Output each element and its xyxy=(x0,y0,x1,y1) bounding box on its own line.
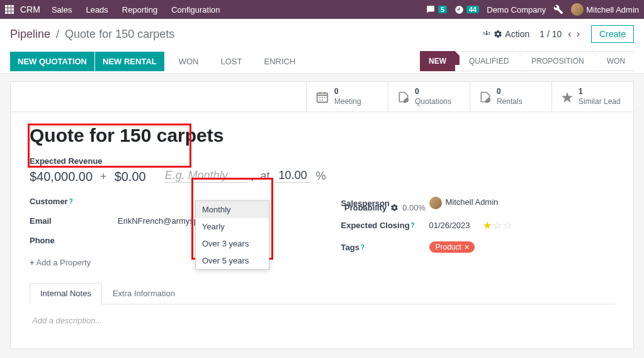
timer-badge: 44 xyxy=(466,6,479,13)
stat-rentals[interactable]: 0Rentals xyxy=(470,82,551,112)
enrich-button[interactable]: ENRICH xyxy=(256,52,303,71)
dropdown-item-monthly[interactable]: Monthly xyxy=(196,201,269,218)
new-quotation-button[interactable]: NEW QUOTATION xyxy=(10,52,94,71)
menu-configuration[interactable]: Configuration xyxy=(171,5,220,14)
action-buttons: NEW QUOTATION NEW RENTAL WON LOST ENRICH xyxy=(10,52,303,71)
stat-similar-lead[interactable]: 1Similar Lead xyxy=(551,82,633,112)
recurring-plan-input[interactable] xyxy=(165,169,247,183)
form-sheet: 0Meeting 0Quotations 0Rentals 1Similar L… xyxy=(10,81,634,349)
notebook: Internal Notes Extra Information xyxy=(30,283,614,336)
recurring-plan-dropdown: Monthly Yearly Over 3 years Over 5 years xyxy=(195,200,269,270)
probability-percent[interactable]: 10.00 xyxy=(275,169,311,183)
probability-value: 0.00% xyxy=(402,203,426,212)
at-label: at xyxy=(261,170,270,183)
star-icon xyxy=(561,90,573,103)
description-input[interactable] xyxy=(32,316,612,325)
stage-qualified[interactable]: QUALIFIED xyxy=(455,51,517,71)
expected-revenue-label: Expected Revenue xyxy=(30,156,146,166)
star-3[interactable]: ☆ xyxy=(503,219,512,231)
control-panel: Pipeline / Quote for 150 carpets Action … xyxy=(0,19,644,74)
create-button[interactable]: Create xyxy=(591,25,634,43)
record-title[interactable]: Quote for 150 carpets xyxy=(30,125,614,146)
tag-remove-icon[interactable]: ✕ xyxy=(464,243,470,251)
expected-closing-value[interactable]: 01/26/2023 xyxy=(429,221,470,230)
stage-new[interactable]: NEW xyxy=(420,51,455,71)
expected-closing-label: Expected Closing xyxy=(341,221,410,230)
timer-icon[interactable]: 44 xyxy=(455,5,479,14)
document-edit-icon xyxy=(479,90,492,103)
tags-value[interactable]: Product✕ xyxy=(429,241,475,253)
tags-label: Tags xyxy=(341,243,359,252)
stat-button-box: 0Meeting 0Quotations 0Rentals 1Similar L… xyxy=(11,82,633,112)
email-label: Email xyxy=(30,216,118,226)
top-nav: CRM Sales Leads Reporting Configuration … xyxy=(0,0,644,19)
stat-meeting[interactable]: 0Meeting xyxy=(306,82,388,112)
brand[interactable]: CRM xyxy=(20,4,40,14)
breadcrumb-current: Quote for 150 carpets xyxy=(65,28,174,40)
dropdown-item-over-3-years[interactable]: Over 3 years xyxy=(196,235,269,252)
dropdown-item-yearly[interactable]: Yearly xyxy=(196,218,269,235)
star-1[interactable]: ★ xyxy=(483,219,492,231)
percent-sign: % xyxy=(316,170,326,183)
tag-product: Product✕ xyxy=(429,241,475,253)
phone-label: Phone xyxy=(30,236,118,245)
star-2[interactable]: ☆ xyxy=(493,219,502,231)
add-property-button[interactable]: + Add a Property xyxy=(30,258,91,267)
breadcrumb-root[interactable]: Pipeline xyxy=(10,28,50,40)
won-button[interactable]: WON xyxy=(171,52,206,71)
svg-point-0 xyxy=(486,33,489,35)
menu-leads[interactable]: Leads xyxy=(86,5,108,14)
tools-icon[interactable] xyxy=(553,4,563,14)
dropdown-item-over-5-years[interactable]: Over 5 years xyxy=(196,252,269,269)
new-rental-button[interactable]: NEW RENTAL xyxy=(95,52,164,71)
pager: 1 / 10 ‹ › xyxy=(539,28,581,40)
pager-prev[interactable]: ‹ xyxy=(567,28,572,40)
stage-won[interactable]: WON xyxy=(593,51,634,71)
plus-sign: + xyxy=(100,170,107,183)
message-count-badge: 5 xyxy=(438,6,447,13)
user-menu[interactable]: Mitchell Admin xyxy=(571,3,639,16)
help-icon[interactable]: ? xyxy=(69,198,73,205)
stat-quotations[interactable]: 0Quotations xyxy=(388,82,470,112)
stage-proposition[interactable]: PROPOSITION xyxy=(517,51,592,71)
help-icon[interactable]: ? xyxy=(411,222,415,229)
breadcrumb-separator: / xyxy=(56,28,59,40)
expected-revenue-value[interactable]: $40,000.00 xyxy=(30,170,93,184)
recurring-value[interactable]: $0.00 xyxy=(115,170,146,184)
menu-sales[interactable]: Sales xyxy=(52,5,72,14)
user-name: Mitchell Admin xyxy=(586,5,639,14)
company-name[interactable]: Demo Company xyxy=(487,5,546,14)
priority-stars: ★ ☆ ☆ xyxy=(483,219,512,231)
salesperson-value[interactable]: Mitchell Admin xyxy=(429,197,499,209)
status-bar: NEW QUALIFIED PROPOSITION WON xyxy=(420,51,634,71)
calendar-icon xyxy=(315,90,329,103)
chevron-down-icon[interactable]: ▼ xyxy=(249,176,256,183)
salesperson-avatar xyxy=(429,197,442,209)
help-icon[interactable]: ? xyxy=(361,244,364,251)
action-button[interactable]: Action xyxy=(482,29,529,39)
document-edit-icon xyxy=(397,90,410,103)
tab-internal-notes[interactable]: Internal Notes xyxy=(30,283,102,304)
apps-icon[interactable] xyxy=(5,5,14,14)
breadcrumb: Pipeline / Quote for 150 carpets xyxy=(10,28,174,41)
customer-label: Customer xyxy=(30,197,68,206)
messaging-icon[interactable]: 5 xyxy=(426,5,447,14)
tab-extra-information[interactable]: Extra Information xyxy=(102,283,186,304)
user-avatar xyxy=(571,3,584,16)
lost-button[interactable]: LOST xyxy=(213,52,250,71)
pager-next[interactable]: › xyxy=(575,28,581,40)
probability-label: Probability xyxy=(344,203,387,212)
pager-text[interactable]: 1 / 10 xyxy=(539,29,562,39)
menu-reporting[interactable]: Reporting xyxy=(122,5,157,14)
gear-icon[interactable] xyxy=(390,204,398,212)
